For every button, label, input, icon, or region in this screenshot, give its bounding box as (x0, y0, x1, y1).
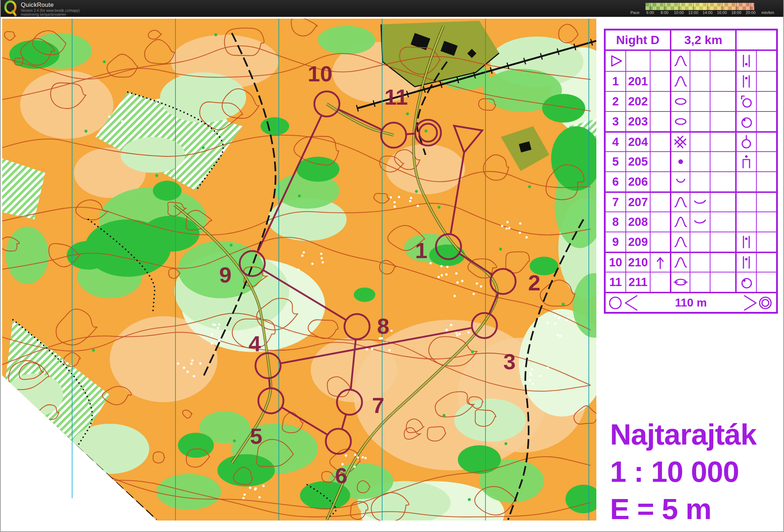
desc-col-d (670, 72, 690, 91)
desc-col-f (710, 92, 735, 111)
desc-col-e (690, 193, 710, 212)
control-row: 11211 (606, 272, 776, 292)
app-url: matstroeng.se/quickroute/en (21, 13, 66, 16)
desc-col-h (756, 272, 776, 292)
desc-col-e (690, 92, 710, 111)
desc-col-c (650, 232, 670, 252)
control-number-label: 5 (250, 424, 262, 448)
pace-tick-label: 8:00 (661, 10, 668, 15)
ellipse-bar-icon (673, 274, 689, 290)
map-contour-interval: E = 5 m (610, 490, 756, 528)
circle-tick-icon (738, 94, 754, 109)
control-row: 5205 (606, 151, 776, 171)
hill-icon (673, 53, 689, 69)
desc-col-f (710, 112, 735, 131)
ellipse-icon (673, 94, 689, 109)
desc-col-c (650, 212, 670, 232)
pace-tick-label: 10:00 (674, 10, 684, 15)
pace-tick-label: 20:00 (746, 10, 756, 15)
control-description-sheet: Night D 3,2 km 1201220232034204520562067… (604, 29, 778, 314)
control-number-label: 10 (308, 61, 333, 86)
desc-col-d (670, 133, 690, 151)
desc-col-b: 211 (625, 272, 650, 292)
desc-col-g (735, 133, 756, 151)
control-number-label: 6 (335, 463, 347, 488)
desc-col-g (735, 112, 756, 131)
desc-col-d (670, 51, 690, 71)
desc-col-g (735, 232, 756, 252)
course-length: 3,2 km (670, 30, 735, 49)
control-number-label: 2 (528, 270, 540, 295)
desc-col-g (735, 193, 756, 212)
hill-icon (673, 255, 689, 270)
desc-col-h (756, 172, 776, 191)
desc-col-e (690, 212, 710, 232)
desc-col-e (690, 232, 710, 252)
arrow-up-icon (652, 255, 668, 270)
desc-col-g (735, 51, 756, 71)
sheet-header-row: Night D 3,2 km (606, 30, 776, 51)
desc-col-d (670, 272, 690, 292)
pace-color-scale (645, 3, 754, 10)
desc-col-d (670, 152, 690, 171)
control-number-label: 3 (503, 349, 516, 374)
desc-col-f (710, 152, 735, 171)
start-icon (608, 53, 624, 69)
course-name: Night D (606, 30, 670, 49)
desc-col-b: 205 (625, 152, 650, 171)
pace-scale-tick (722, 3, 722, 10)
hill-icon (673, 214, 689, 230)
desc-col-b: 209 (625, 232, 650, 252)
leg-line (269, 378, 270, 388)
desc-col-d (670, 232, 690, 252)
sheet-footer-row: 110 m (606, 292, 776, 312)
control-number-label: 1 (415, 238, 427, 263)
desc-col-c (650, 172, 670, 191)
pace-tick-label: 18:00 (731, 10, 741, 15)
desc-col-h (756, 133, 776, 151)
desc-col-a: 5 (606, 152, 625, 171)
control-number-label: 11 (384, 85, 408, 109)
desc-col-f (710, 212, 735, 232)
desc-col-e (690, 253, 710, 272)
finish-funnel-right-icon (740, 294, 775, 312)
pace-scale-tick (708, 3, 708, 10)
hill-icon (673, 194, 689, 210)
desc-col-g (735, 72, 756, 91)
control-number-label: 4 (249, 331, 261, 356)
pace-tick-label: 14:00 (703, 10, 713, 15)
title-bar: QuickRoute Version 2.4 (for www.bestik.c… (0, 0, 784, 17)
between-high-icon (738, 234, 754, 250)
control-row: 3203 (606, 111, 776, 131)
orienteering-map-canvas[interactable]: 1234567891011 (2, 19, 596, 521)
pace-tick-label: 12:00 (688, 10, 698, 15)
desc-col-f (710, 272, 735, 292)
desc-col-a: 9 (606, 232, 625, 252)
control-number-label: 7 (372, 393, 384, 418)
finish-funnel-right-icon (740, 294, 775, 312)
desc-col-b: 203 (625, 112, 650, 131)
desc-col-b (625, 51, 650, 71)
app-title: QuickRoute (21, 1, 54, 9)
desc-col-g (735, 212, 756, 232)
shallow-curve-icon (692, 194, 708, 210)
control-row: 9209 (606, 232, 776, 252)
control-number-label: 9 (219, 262, 231, 287)
control-row: 10210 (606, 252, 776, 272)
ellipse-icon (673, 114, 689, 129)
desc-col-e (690, 172, 710, 191)
desc-col-d (670, 253, 690, 272)
desc-col-e (690, 51, 710, 71)
control-row: 4204 (606, 131, 776, 151)
desc-col-f (710, 193, 735, 212)
pace-label: Pace (630, 10, 639, 15)
circle-top-icon (738, 134, 754, 150)
desc-col-c (650, 193, 670, 212)
dot-icon (673, 154, 689, 170)
desc-col-a (606, 51, 625, 71)
u-curve-icon (673, 174, 689, 190)
desc-col-g (735, 272, 756, 292)
desc-col-c (650, 72, 670, 91)
desc-col-c (650, 51, 670, 71)
pace-scale-tick (751, 3, 751, 10)
